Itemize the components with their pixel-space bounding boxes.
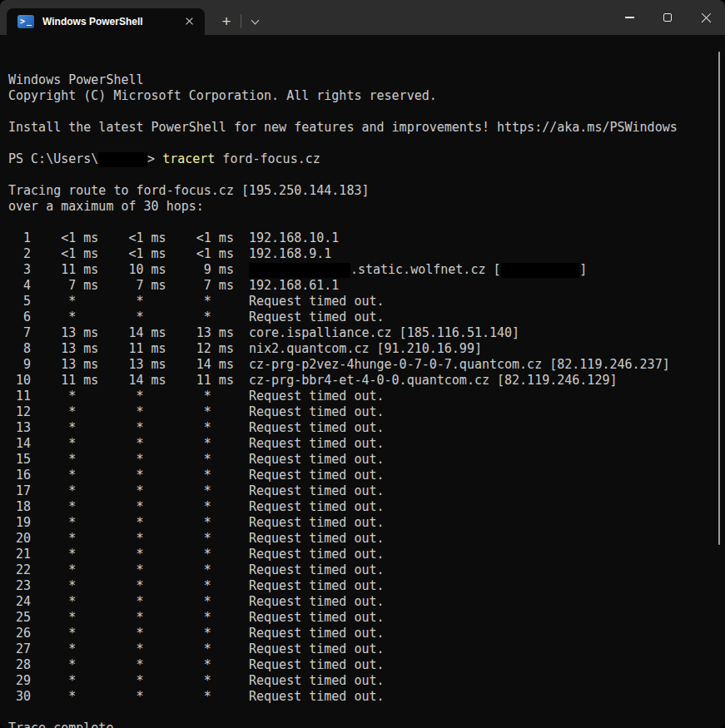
terminal-text: 26 * * * Request timed out. [8,626,385,641]
terminal-text: Windows PowerShell [8,72,144,87]
terminal-line: 16 * * * Request timed out. [8,468,725,483]
terminal-text: ford-focus.cz [215,151,320,166]
terminal-content-area[interactable]: Windows PowerShellCopyright (C) Microsof… [0,35,725,728]
terminal-line: 11 * * * Request timed out. [8,389,725,404]
terminal-text: over a maximum of 30 hops: [8,199,204,214]
terminal-text: 7 13 ms 14 ms 13 ms core.ispalliance.cz … [8,325,519,340]
terminal-text: 27 * * * Request timed out. [8,641,385,656]
terminal-text: 18 * * * Request timed out. [8,499,385,514]
terminal-line: Install the latest PowerShell for new fe… [8,120,725,136]
terminal-text: 1 <1 ms <1 ms <1 ms 192.168.10.1 [8,230,339,245]
terminal-line: 26 * * * Request timed out. [8,626,725,641]
terminal-line: 2 <1 ms <1 ms <1 ms 192.168.9.1 [8,246,725,262]
terminal-text: 23 * * * Request timed out. [8,578,385,593]
terminal-line: 23 * * * Request timed out. [8,578,725,594]
terminal-line: 20 * * * Request timed out. [8,531,725,547]
terminal-line: 28 * * * Request timed out. [8,657,725,673]
terminal-text: 3 11 ms 10 ms 9 ms [8,262,249,277]
terminal-line: PS C:\Users\> tracert ford-focus.cz [8,151,725,167]
terminal-text: 30 * * * Request timed out. [8,689,385,704]
minimize-button[interactable] [610,0,648,35]
terminal-text: 10 11 ms 14 ms 11 ms cz-prg-bbr4-et-4-0-… [8,373,618,388]
terminal-line [8,215,725,230]
terminal-line: 9 13 ms 13 ms 14 ms cz-prg-p2vez-4hunge-… [8,357,725,373]
maximize-button[interactable] [648,0,687,35]
new-tab-button[interactable]: + [216,12,236,32]
terminal-text: 21 * * * Request timed out. [8,547,385,562]
scrollbar-thumb[interactable] [718,52,720,545]
terminal-text: ] [579,262,587,277]
terminal-text: Tracing route to ford-focus.cz [195.250.… [8,183,369,198]
terminal-line: 30 * * * Request timed out. [8,689,725,705]
tab-windows-powershell[interactable]: > Windows PowerShell [7,8,205,35]
scrollbar-track[interactable] [717,35,725,728]
terminal-line: Windows PowerShell [8,72,725,88]
terminal-text: 22 * * * Request timed out. [8,562,385,577]
terminal-text: 14 * * * Request timed out. [8,436,385,451]
terminal-text: 16 * * * Request timed out. [8,468,385,483]
terminal-line: 27 * * * Request timed out. [8,641,725,657]
terminal-text: 20 * * * Request timed out. [8,531,385,546]
terminal-line: 17 * * * Request timed out. [8,483,725,499]
terminal-line: 25 * * * Request timed out. [8,610,725,626]
terminal-line: 29 * * * Request timed out. [8,673,725,689]
terminal-line: 12 * * * Request timed out. [8,404,725,420]
terminal-text: 28 * * * Request timed out. [8,657,385,672]
title-bar[interactable]: > Windows PowerShell + [0,0,725,35]
terminal-line: Trace complete. [8,721,725,728]
terminal-line: 10 11 ms 14 ms 11 ms cz-prg-bbr4-et-4-0-… [8,373,725,389]
terminal-line: 22 * * * Request timed out. [8,562,725,578]
terminal-line: Tracing route to ford-focus.cz [195.250.… [8,183,725,199]
terminal-text: 25 * * * Request timed out. [8,610,385,625]
minimize-icon [625,17,634,17]
terminal-line: 8 13 ms 11 ms 12 ms nix2.quantcom.cz [91… [8,341,725,357]
terminal-text: 24 * * * Request timed out. [8,594,385,609]
terminal-text: 5 * * * Request timed out. [8,294,385,309]
plus-icon: + [221,12,231,31]
tab-dropdown-button[interactable] [246,13,264,30]
close-icon [700,12,713,24]
terminal-text: 29 * * * Request timed out. [8,673,385,688]
terminal-window: > Windows PowerShell + Windows PowerShel… [0,0,725,728]
chevron-down-icon [251,16,259,24]
terminal-text: 12 * * * Request timed out. [8,404,385,419]
terminal-line: 13 * * * Request timed out. [8,420,725,436]
terminal-text: Install the latest PowerShell for new fe… [8,120,678,135]
terminal-line: over a maximum of 30 hops: [8,199,725,215]
terminal-line: 18 * * * Request timed out. [8,499,725,515]
terminal-line: 15 * * * Request timed out. [8,452,725,468]
tab-close-button[interactable] [183,15,196,28]
terminal-line: 5 * * * Request timed out. [8,294,725,310]
terminal-text: Copyright (C) Microsoft Corporation. All… [8,88,437,103]
redaction-box [501,263,580,278]
terminal-text: 6 * * * Request timed out. [8,310,385,324]
terminal-line [8,705,725,721]
terminal-text: PS C:\Users\ [8,151,98,166]
terminal-line: 24 * * * Request timed out. [8,594,725,610]
terminal-line: Copyright (C) Microsoft Corporation. All… [8,88,725,104]
terminal-text: 11 * * * Request timed out. [8,389,385,404]
terminal-text: 9 13 ms 13 ms 14 ms cz-prg-p2vez-4hunge-… [8,357,670,372]
command-text: tracert [162,151,215,166]
terminal-text: 2 <1 ms <1 ms <1 ms 192.168.9.1 [8,246,331,261]
tab-title: Windows PowerShell [42,16,183,27]
terminal-line: 3 11 ms 10 ms 9 ms .static.wolfnet.cz [] [8,262,725,278]
terminal-line: 4 7 ms 7 ms 7 ms 192.168.61.1 [8,278,725,294]
close-window-button[interactable] [687,0,725,35]
terminal-line: 7 13 ms 14 ms 13 ms core.ispalliance.cz … [8,325,725,341]
terminal-line [8,167,725,183]
terminal-text: 8 13 ms 11 ms 12 ms nix2.quantcom.cz [91… [8,341,482,356]
maximize-icon [663,13,672,22]
window-controls [610,0,725,35]
terminal-line: 21 * * * Request timed out. [8,547,725,562]
terminal-line [8,104,725,120]
tab-bar-separator [241,14,241,28]
terminal-line: 19 * * * Request timed out. [8,515,725,531]
terminal-text: 15 * * * Request timed out. [8,452,385,467]
terminal-text: 19 * * * Request timed out. [8,515,385,530]
terminal-text: .static.wolfnet.cz [ [350,262,501,277]
terminal-text: > [147,151,162,166]
terminal-line: 1 <1 ms <1 ms <1 ms 192.168.10.1 [8,230,725,246]
terminal-text: 17 * * * Request timed out. [8,483,385,498]
terminal-line: 14 * * * Request timed out. [8,436,725,452]
